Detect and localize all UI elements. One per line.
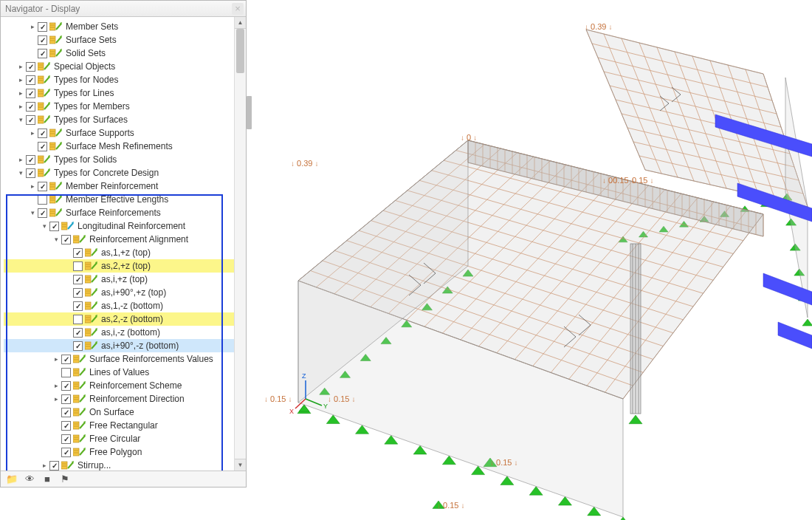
checkbox[interactable]: [26, 62, 35, 72]
tree-item[interactable]: ▾ Surface Reinforcements: [4, 206, 246, 219]
checkbox[interactable]: [26, 89, 35, 98]
checkbox[interactable]: [73, 315, 83, 324]
tree-item[interactable]: ▸ Types for Lines: [4, 86, 246, 100]
checkbox[interactable]: [73, 288, 83, 298]
tree-item[interactable]: ▸ Surface Reinforcements Values: [4, 352, 246, 366]
expander-icon[interactable]: ▸: [51, 392, 61, 406]
tree-item[interactable]: ▸ Member Sets: [4, 20, 246, 33]
tree-item[interactable]: ▸ Reinforcement Scheme: [4, 379, 246, 392]
checkbox[interactable]: [38, 49, 47, 58]
checkbox[interactable]: [61, 421, 71, 431]
expander-icon[interactable]: ▸: [27, 126, 38, 140]
checkbox[interactable]: [26, 75, 35, 85]
checkbox[interactable]: [61, 381, 71, 391]
checkbox[interactable]: [61, 235, 71, 244]
expander-icon[interactable]: ▸: [51, 352, 61, 366]
checkbox[interactable]: [61, 448, 71, 457]
expander-icon[interactable]: ▸: [16, 86, 26, 100]
checkbox[interactable]: [26, 102, 35, 112]
camera-icon[interactable]: ■: [41, 473, 54, 485]
folder-icon[interactable]: 📁: [5, 473, 18, 485]
checkbox[interactable]: [73, 328, 83, 338]
checkbox[interactable]: [38, 195, 47, 205]
tree-item[interactable]: ▾ Longitudinal Reinforcement: [4, 219, 246, 233]
checkbox[interactable]: [38, 129, 47, 138]
tree-item[interactable]: ▸ Types for Members: [4, 100, 246, 113]
checkbox[interactable]: [26, 115, 35, 125]
checkbox[interactable]: [73, 341, 83, 351]
checkbox[interactable]: [26, 155, 35, 165]
close-icon[interactable]: ×: [232, 3, 244, 15]
tree-item[interactable]: On Surface: [4, 406, 246, 419]
tree-item[interactable]: Solid Sets: [4, 47, 246, 60]
tree-item[interactable]: as,1,+z (top): [4, 246, 246, 259]
expander-icon[interactable]: ▾: [16, 113, 26, 126]
checkbox[interactable]: [73, 248, 83, 258]
tree-item[interactable]: Free Circular: [4, 432, 246, 445]
flag-icon[interactable]: ⚑: [58, 473, 72, 485]
vertical-scrollbar[interactable]: ▲ ▼: [234, 17, 246, 471]
tree-item[interactable]: as,2,-z (bottom): [4, 312, 246, 326]
tree-item[interactable]: Member Effective Lengths: [4, 193, 246, 206]
tree-item[interactable]: Free Rectangular: [4, 419, 246, 432]
checkbox[interactable]: [38, 35, 47, 45]
scroll-thumb[interactable]: [236, 29, 244, 73]
tree-item-icon: [73, 380, 86, 391]
scroll-up-icon[interactable]: ▲: [235, 17, 246, 29]
expander-icon[interactable]: ▾: [27, 206, 38, 219]
tree-item[interactable]: as,2,+z (top): [4, 259, 246, 273]
checkbox[interactable]: [26, 168, 35, 178]
checkbox[interactable]: [38, 22, 47, 32]
checkbox[interactable]: [61, 368, 71, 377]
expander-icon[interactable]: ▸: [16, 153, 26, 166]
tree-item[interactable]: as,i+90°,-z (bottom): [4, 339, 246, 352]
expander-icon[interactable]: ▸: [16, 73, 26, 86]
tree-item[interactable]: Lines of Values: [4, 366, 246, 379]
expander-icon[interactable]: ▸: [16, 100, 26, 113]
expander-icon[interactable]: ▸: [27, 20, 38, 33]
svg-rect-90: [73, 422, 79, 429]
expander-icon[interactable]: ▾: [39, 219, 49, 233]
expander-icon[interactable]: ▸: [51, 379, 61, 392]
tree-item[interactable]: as,i+90°,+z (top): [4, 286, 246, 299]
checkbox[interactable]: [38, 208, 47, 218]
tree-item[interactable]: ▸ Stirrup...: [4, 459, 246, 471]
tree-item[interactable]: ▸ Special Objects: [4, 60, 246, 73]
tree-item[interactable]: ▸ Surface Supports: [4, 126, 246, 140]
checkbox[interactable]: [73, 261, 83, 271]
checkbox[interactable]: [38, 142, 47, 151]
expander-icon[interactable]: ▸: [27, 179, 38, 193]
tree-item[interactable]: as,1,-z (bottom): [4, 299, 246, 312]
eye-icon[interactable]: 👁: [23, 473, 36, 485]
checkbox[interactable]: [73, 275, 83, 284]
checkbox[interactable]: [73, 301, 83, 311]
tree-item[interactable]: as,i,-z (bottom): [4, 326, 246, 339]
tree-item[interactable]: ▾ Types for Surfaces: [4, 113, 246, 126]
svg-rect-60: [85, 289, 91, 296]
expander-icon[interactable]: ▾: [51, 233, 61, 246]
checkbox[interactable]: [61, 394, 71, 404]
tree-item[interactable]: Surface Sets: [4, 33, 246, 47]
checkbox[interactable]: [61, 408, 71, 417]
tree-item[interactable]: ▾ Types for Concrete Design: [4, 166, 246, 179]
checkbox[interactable]: [38, 182, 47, 191]
tree-item[interactable]: ▸ Types for Solids: [4, 153, 246, 166]
scroll-down-icon[interactable]: ▼: [235, 459, 246, 471]
checkbox[interactable]: [61, 355, 71, 364]
tree-item[interactable]: as,i,+z (top): [4, 273, 246, 286]
checkbox[interactable]: [49, 222, 59, 231]
tree-item[interactable]: ▸ Types for Nodes: [4, 73, 246, 86]
tree-item[interactable]: ▸ Member Reinforcement: [4, 179, 246, 193]
tree-item[interactable]: Free Polygon: [4, 445, 246, 459]
3d-viewport[interactable]: Z Y X ↓ 0.39 ↓ ↓ 0.39 ↓ ↓ 0 ↓ ↓ 00.15 ↓ …: [247, 0, 812, 520]
checkbox[interactable]: [61, 434, 71, 444]
tree-item[interactable]: ▸ Reinforcement Direction: [4, 392, 246, 406]
tree-item[interactable]: ▾ Reinforcement Alignment: [4, 233, 246, 246]
expander-icon[interactable]: ▸: [39, 459, 49, 471]
tree-item[interactable]: Surface Mesh Refinements: [4, 140, 246, 153]
expander-icon[interactable]: ▾: [16, 166, 26, 179]
panel-resize-grip[interactable]: [247, 96, 252, 129]
svg-rect-6: [49, 49, 55, 57]
checkbox[interactable]: [49, 461, 59, 471]
expander-icon[interactable]: ▸: [16, 60, 26, 73]
